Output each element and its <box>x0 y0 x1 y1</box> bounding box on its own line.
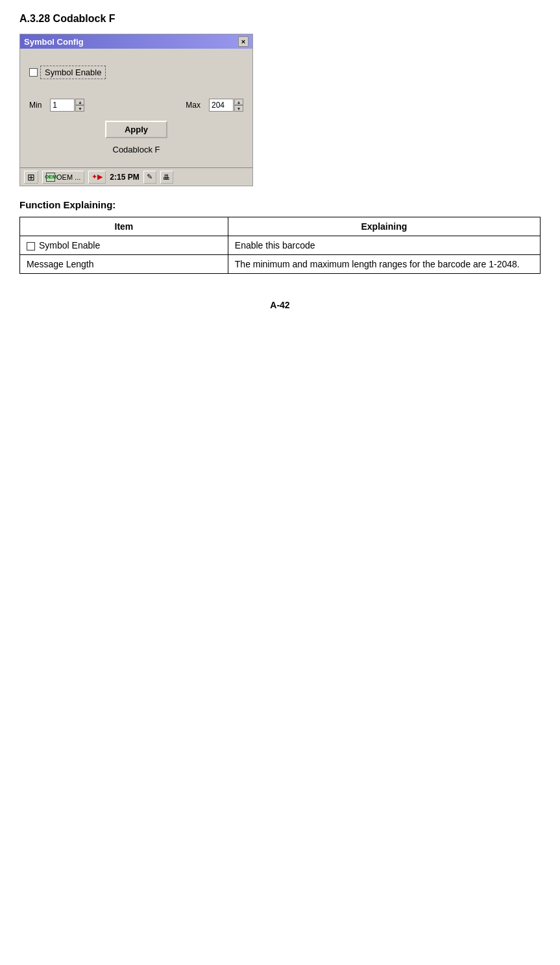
table-header-row: Item Explaining <box>20 217 541 236</box>
max-spin-group: ▲ ▼ <box>209 99 243 112</box>
min-spin-down[interactable]: ▼ <box>75 105 84 112</box>
edit-icon: ✎ <box>147 173 152 181</box>
scan-button[interactable]: ✦▶ <box>88 171 106 184</box>
table-checkbox-icon <box>27 242 35 250</box>
page-title: A.3.28 Codablock F <box>19 13 541 25</box>
print-icon: 🖶 <box>163 173 170 181</box>
max-spin-buttons: ▲ ▼ <box>234 99 243 112</box>
codablock-label: Codablock F <box>29 145 243 154</box>
print-icon-button[interactable]: 🖶 <box>160 171 173 184</box>
apply-btn-row: Apply <box>29 121 243 138</box>
table-cell-item: Symbol Enable <box>20 236 228 255</box>
table-row: Symbol EnableEnable this barcode <box>20 236 541 255</box>
table-header-explaining: Explaining <box>228 217 540 236</box>
window-title-label: Symbol Config <box>24 37 84 47</box>
start-icon: ⊞ <box>27 172 35 182</box>
scan-icon: ✦▶ <box>91 173 103 181</box>
max-spin-up[interactable]: ▲ <box>234 99 243 105</box>
page-footer: A-42 <box>19 300 541 310</box>
min-spin-up[interactable]: ▲ <box>75 99 84 105</box>
table-item-text: Symbol Enable <box>39 240 100 250</box>
table-cell-explaining: The minimum and maximum length ranges fo… <box>228 255 540 274</box>
oem-button[interactable]: OEM OEM ... <box>42 171 84 184</box>
window-body: Symbol Enable Min ▲ ▼ Max ▲ ▼ <box>20 49 252 167</box>
table-cell-explaining: Enable this barcode <box>228 236 540 255</box>
min-label: Min <box>29 101 42 110</box>
table-row: Message LengthThe minimum and maximum le… <box>20 255 541 274</box>
start-button[interactable]: ⊞ <box>24 171 38 184</box>
min-input[interactable] <box>50 99 75 112</box>
taskbar-time: 2:15 PM <box>110 173 139 182</box>
explaining-table: Item Explaining Symbol EnableEnable this… <box>19 217 541 274</box>
min-max-row: Min ▲ ▼ Max ▲ ▼ <box>29 99 243 112</box>
table-header-item: Item <box>20 217 228 236</box>
taskbar: ⊞ OEM OEM ... ✦▶ 2:15 PM ✎ 🖶 <box>20 167 252 186</box>
symbol-enable-label: Symbol Enable <box>40 66 106 79</box>
min-spin-group: ▲ ▼ <box>50 99 84 112</box>
window-titlebar: Symbol Config × <box>20 34 252 49</box>
symbol-enable-row: Symbol Enable <box>29 66 243 79</box>
apply-button[interactable]: Apply <box>105 121 167 138</box>
max-input[interactable] <box>209 99 234 112</box>
oem-label: OEM ... <box>56 173 80 181</box>
table-cell-item: Message Length <box>20 255 228 274</box>
max-spin-down[interactable]: ▼ <box>234 105 243 112</box>
symbol-enable-checkbox[interactable] <box>29 68 38 77</box>
edit-icon-button[interactable]: ✎ <box>143 171 156 184</box>
min-spin-buttons: ▲ ▼ <box>75 99 84 112</box>
oem-icon: OEM <box>46 173 55 182</box>
table-item-text: Message Length <box>27 259 94 269</box>
max-label: Max <box>186 101 201 110</box>
section-title: Function Explaining: <box>19 199 541 210</box>
window-close-button[interactable]: × <box>238 36 249 47</box>
symbol-config-window: Symbol Config × Symbol Enable Min ▲ ▼ Ma… <box>19 34 253 186</box>
